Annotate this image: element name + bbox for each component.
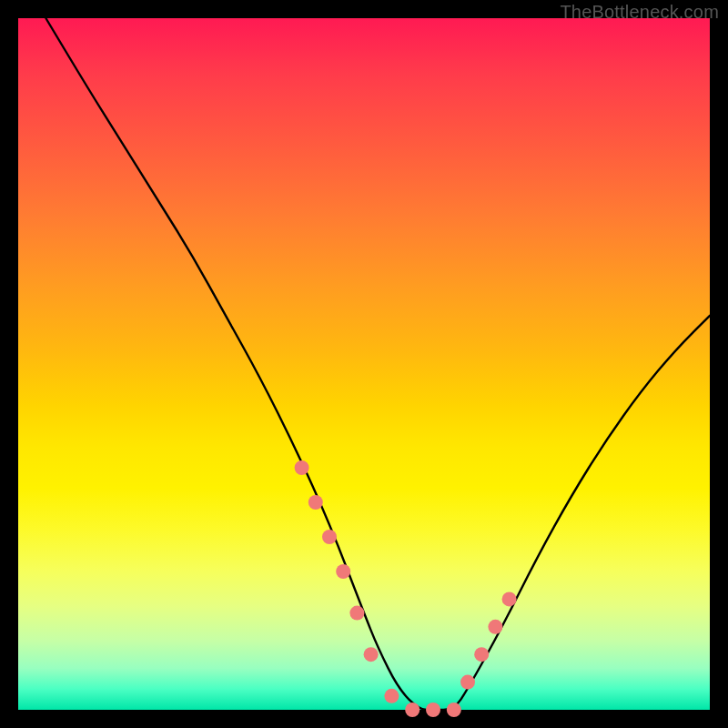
highlight-point [336, 564, 350, 579]
highlight-markers [295, 460, 517, 717]
highlight-point [364, 647, 379, 662]
highlight-point [322, 530, 337, 544]
highlight-point [502, 592, 517, 606]
highlight-point [426, 703, 440, 717]
highlight-point [384, 689, 399, 703]
highlight-point [474, 647, 489, 662]
highlight-point [460, 675, 475, 690]
highlight-point [295, 460, 309, 475]
highlight-point [349, 606, 364, 621]
plot-area [18, 18, 710, 710]
curve-layer [18, 18, 710, 710]
chart-frame: TheBottleneck.com [0, 0, 728, 728]
bottleneck-curve [46, 18, 710, 710]
highlight-point [405, 703, 420, 717]
highlight-point [308, 495, 323, 510]
highlight-point [488, 620, 502, 634]
highlight-point [447, 703, 461, 717]
